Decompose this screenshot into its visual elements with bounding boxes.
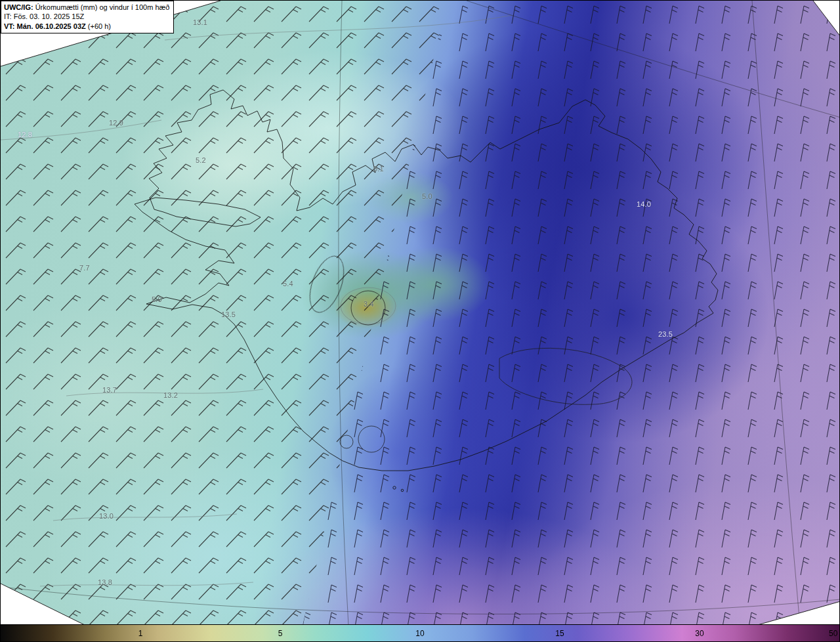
colorbar-tick: 50 — [829, 629, 837, 638]
valid-time-line: VT: Mán. 06.10.2025 03Z (+60 h) — [4, 22, 169, 31]
init-time-line: IT: Fös. 03. 10. 2025 15Z — [4, 12, 169, 21]
map-canvas: 13.112.812.95.25.15.014.07.75.45.03.413.… — [1, 1, 840, 626]
map-title-box: UWC/IG: Úrkomumætti (mm) og vindur í 100… — [1, 1, 174, 33]
map-title: Úrkomumætti (mm) og vindur í 100m hæð — [35, 3, 170, 11]
map-overlay — [1, 1, 840, 626]
colorbar: 1510153050 — [1, 624, 839, 641]
weather-map-page: 13.112.812.95.25.15.014.07.75.45.03.413.… — [0, 0, 840, 642]
colorbar-tick: 15 — [555, 629, 564, 638]
colorbar-tick: 30 — [695, 629, 704, 638]
lead-time: (+60 h) — [88, 22, 111, 30]
init-time: IT: Fös. 03. 10. 2025 15Z — [4, 12, 84, 20]
title-line: UWC/IG: Úrkomumætti (mm) og vindur í 100… — [4, 3, 169, 12]
valid-time: VT: Mán. 06.10.2025 03Z — [4, 22, 86, 30]
colorbar-tick: 10 — [415, 629, 424, 638]
colorbar-ticks: 1510153050 — [1, 625, 839, 641]
model-name: UWC/IG: — [4, 3, 33, 11]
colorbar-tick: 5 — [278, 629, 283, 638]
wind-barbs-layer — [1, 1, 840, 626]
colorbar-tick: 1 — [138, 629, 143, 638]
